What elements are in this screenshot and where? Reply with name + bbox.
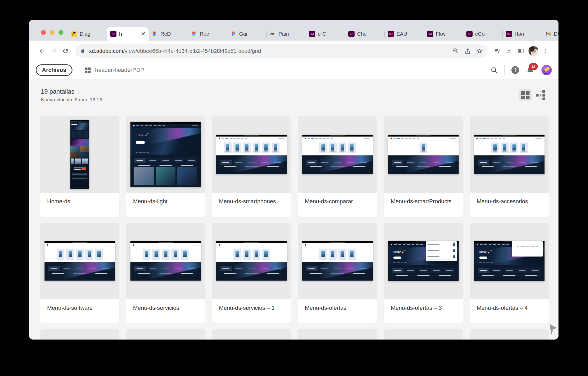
screen-card[interactable]: moto g50 Menu-ds-ofertas – 3	[384, 223, 463, 324]
screen-card-partial[interactable]	[298, 329, 377, 340]
screen-card-partial[interactable]	[470, 329, 549, 340]
screen-thumbnail[interactable]	[298, 116, 377, 193]
zoom-window-button[interactable]	[58, 30, 63, 35]
screen-card[interactable]: Menu-ds-software	[40, 223, 119, 324]
thumb-lower-section	[388, 155, 459, 174]
browser-tab[interactable]: Diag	[68, 27, 107, 41]
side-panel-button[interactable]	[515, 45, 527, 57]
thumb-tile-caption	[421, 151, 426, 152]
thumb-category-tab	[134, 158, 146, 163]
line	[72, 177, 87, 177]
address-bar[interactable]: xd.adobe.com/view/ebbee65b-4f4e-4e34-bfb…	[75, 44, 488, 58]
search-icon[interactable]	[490, 66, 498, 74]
screen-thumbnail[interactable]	[384, 116, 463, 193]
thumb-nav-item	[307, 245, 310, 245]
view-toggles	[519, 89, 547, 101]
screen-thumbnail[interactable]: moto g50	[384, 223, 463, 299]
close-window-button[interactable]	[41, 30, 46, 35]
screen-thumbnail[interactable]	[470, 329, 549, 340]
browser-tab[interactable]: Gui	[227, 27, 267, 41]
tabs-container: DiagXdh✕ReDRecGuicb.PainXde-CXdCheXdEAUX…	[68, 27, 558, 41]
screen-thumbnail[interactable]	[212, 329, 291, 340]
thumb-nav-item	[493, 244, 496, 245]
screen-thumbnail[interactable]	[470, 116, 549, 193]
browser-tab[interactable]: XdHon	[503, 27, 542, 41]
browser-tab[interactable]: ReD	[149, 27, 188, 41]
decor	[508, 49, 510, 51]
share-button[interactable]	[462, 45, 474, 57]
notifications-button[interactable]: 13	[526, 66, 535, 74]
screen-thumbnail[interactable]	[298, 329, 377, 340]
thumb-product-card	[349, 166, 369, 167]
browser-tab[interactable]: XdEAU	[385, 27, 424, 41]
screen-card[interactable]: Menu-ds-smartphones	[212, 116, 291, 217]
screen-thumbnail[interactable]	[384, 329, 463, 340]
screen-thumbnail[interactable]	[40, 116, 119, 193]
thumb-menu-tile	[339, 249, 346, 260]
reload-button[interactable]	[60, 45, 71, 57]
browser-menu-button[interactable]	[540, 45, 552, 57]
thumb-dropdown-panel	[426, 241, 457, 261]
screen-thumbnail[interactable]: moto g50	[126, 116, 205, 193]
screen-thumbnail[interactable]	[298, 223, 377, 299]
browser-tab[interactable]: XdeCo	[463, 27, 503, 41]
screen-thumbnail[interactable]	[40, 329, 119, 340]
screen-card-partial[interactable]	[384, 329, 463, 340]
thumb-menu-tile	[420, 142, 427, 153]
browser-tab[interactable]: DOC	[542, 27, 558, 41]
thumb-menu-tile	[520, 142, 528, 153]
browser-profile-avatar[interactable]	[528, 46, 538, 56]
browser-tab[interactable]: cb.Pain	[267, 27, 306, 41]
screen-thumbnail[interactable]	[212, 116, 291, 193]
screen-card[interactable]: moto g50 Menu-ds-light	[126, 116, 205, 217]
screen-card[interactable]: Menu-ds-ofertas	[298, 223, 377, 324]
screen-card-partial[interactable]	[40, 329, 119, 340]
lock-icon	[80, 48, 85, 54]
screen-card[interactable]: Menu-ds-servicios	[126, 223, 205, 324]
active-browser-tab[interactable]: Xdh✕	[107, 27, 149, 41]
thumb-nav-item	[502, 244, 505, 245]
decor	[81, 49, 84, 52]
thumb-menu-panel	[130, 247, 201, 262]
screen-thumbnail[interactable]	[126, 223, 205, 299]
files-button[interactable]: Archivos	[36, 64, 72, 76]
browser-tab[interactable]: XdChe	[345, 27, 385, 41]
zoom-out-button[interactable]	[450, 45, 462, 57]
grid-view-toggle[interactable]	[519, 89, 532, 101]
screen-card-partial[interactable]	[126, 329, 205, 340]
browser-tab[interactable]: Rec	[188, 27, 227, 41]
forward-button[interactable]	[48, 45, 60, 57]
browser-tab[interactable]: Xde-C	[306, 27, 345, 41]
help-button[interactable]: ?	[511, 66, 519, 74]
thumb-menu-tile	[233, 142, 241, 153]
thumb-menu-panel	[302, 140, 373, 155]
thumb-menu-tile	[253, 249, 260, 260]
screen-thumbnail[interactable]	[126, 329, 205, 340]
xd-profile-avatar[interactable]	[541, 65, 552, 75]
downloads-button[interactable]	[503, 45, 515, 57]
screen-card-partial[interactable]	[212, 329, 291, 340]
flow-view-toggle[interactable]	[535, 89, 547, 101]
tab-close-icon[interactable]: ✕	[141, 31, 145, 37]
thumb-nav-item	[145, 125, 148, 126]
thumb-nav-item	[71, 122, 73, 122]
screen-card[interactable]: Menu-ds-comparar	[298, 116, 377, 217]
thumb-dropdown-label	[428, 250, 439, 251]
media-controls-button[interactable]	[491, 45, 503, 57]
screen-card[interactable]: moto g50Tu carrito está vacío Menu-ds-of…	[470, 223, 549, 324]
screen-thumbnail[interactable]: moto g50Tu carrito está vacío	[470, 223, 549, 299]
screen-card[interactable]: Menu-ds-servicios – 1	[212, 223, 291, 324]
screen-card[interactable]: Menu-ds-accesorios	[470, 116, 549, 217]
minimize-window-button[interactable]	[50, 30, 55, 35]
thumb-hero-title-sup: 50	[490, 250, 492, 252]
screen-thumbnail[interactable]	[40, 223, 119, 299]
browser-tab[interactable]: XdFlov	[424, 27, 463, 41]
bookmark-button[interactable]	[474, 45, 486, 57]
xd-favicon: Xd	[348, 31, 355, 37]
back-button[interactable]	[36, 45, 48, 57]
thumb-tile-caption	[521, 151, 526, 152]
screen-card[interactable]: Menu-ds-smartProducts	[384, 116, 463, 217]
screen-thumbnail[interactable]	[212, 223, 291, 299]
xd-favicon: Xd	[506, 31, 512, 37]
screen-card[interactable]: Home-ds	[40, 116, 119, 217]
